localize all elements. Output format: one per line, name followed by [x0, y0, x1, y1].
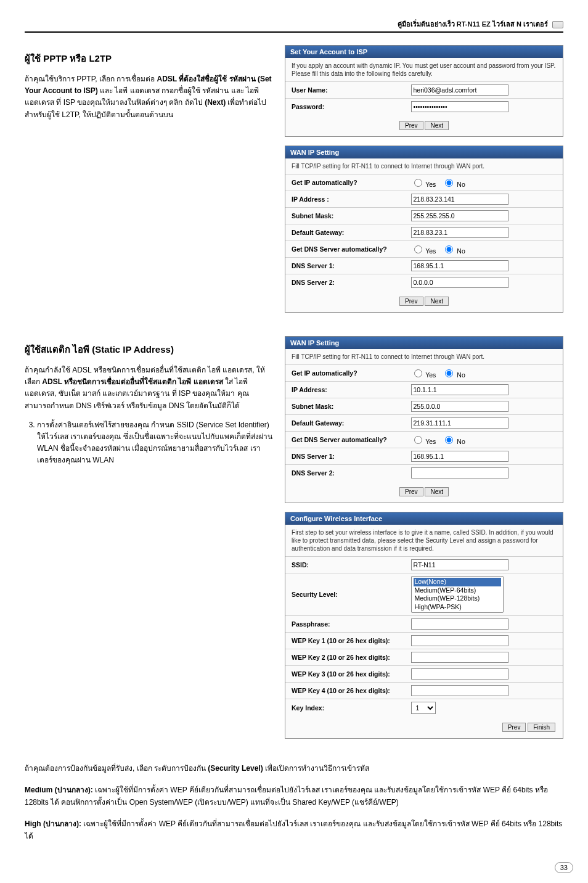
panel-row: WEP Key 1 (10 or 26 hex digits):: [285, 632, 563, 649]
doc-title: คู่มือเริ่มต้นอย่างเร็ว RT-N11 EZ ไวร์เล…: [398, 20, 548, 28]
panel-row: Default Gateway:: [285, 414, 563, 431]
text-input[interactable]: [411, 401, 508, 412]
panel-row: WEP Key 4 (10 or 26 hex digits):: [285, 682, 563, 699]
panel-row: DNS Server 2:: [285, 274, 563, 290]
password-label: Password:: [292, 103, 410, 110]
panel-row: Security Level:Low(None)Medium(WEP-64bit…: [285, 573, 563, 615]
panel-desc: If you apply an account with dynamic IP.…: [285, 58, 563, 81]
section-pptp: ผู้ใช้ PPTP หรือ L2TP ถ้าคุณใช้บริการ PP…: [25, 45, 563, 321]
panel-desc: Fill TCP/IP setting for RT-N11 to connec…: [285, 349, 563, 364]
next-button[interactable]: Next: [425, 487, 449, 496]
panel-row: Get IP automatically? Yes No: [285, 174, 563, 191]
medium-desc: Medium (ปานกลาง): เฉพาะผู้ใช้ที่มีการตั้…: [25, 784, 563, 809]
row-label: Default Gateway:: [292, 419, 410, 427]
select-input[interactable]: Low(None)Medium(WEP-64bits)Medium(WEP-12…: [411, 576, 504, 613]
step-list: การตั้งค่าอินเตอร์เฟซไร้สายของคุณ กำหนด …: [25, 419, 272, 467]
panel-footer: Prev Next: [285, 290, 563, 312]
radio-yes[interactable]: Yes: [411, 371, 436, 379]
text-input[interactable]: [411, 277, 508, 288]
text-input[interactable]: [411, 194, 508, 205]
panel-row: DNS Server 2:: [285, 464, 563, 481]
row-value: [411, 451, 508, 462]
text-input[interactable]: [411, 685, 508, 696]
panel-row: WEP Key 3 (10 or 26 hex digits):: [285, 665, 563, 682]
radio-no[interactable]: No: [442, 181, 465, 188]
select-input[interactable]: 1: [411, 702, 436, 714]
medium-label: Medium (ปานกลาง):: [25, 786, 93, 794]
row-value: [411, 210, 508, 221]
text-input[interactable]: [411, 451, 508, 462]
row-label: Key Index:: [292, 704, 410, 712]
prev-button[interactable]: Prev: [399, 121, 423, 130]
text-input[interactable]: [411, 417, 508, 429]
panel-footer: Prev Next: [285, 481, 563, 503]
text-input[interactable]: [411, 618, 508, 630]
panel-row: IP Address :: [285, 191, 563, 207]
panel-row: SSID:: [285, 556, 563, 573]
radio-yes[interactable]: Yes: [411, 438, 436, 445]
section1-paragraph: ถ้าคุณใช้บริการ PPTP, เลือก การเชื่อมต่อ…: [25, 73, 272, 121]
row-label: Subnet Mask:: [292, 403, 410, 410]
next-button[interactable]: Next: [425, 121, 449, 130]
text-input[interactable]: [411, 467, 508, 478]
row-value: Low(None)Medium(WEP-64bits)Medium(WEP-12…: [411, 576, 504, 613]
text-input[interactable]: [411, 384, 508, 395]
row-label: DNS Server 2:: [292, 279, 410, 286]
section-panels: WAN IP Setting Fill TCP/IP setting for R…: [285, 336, 563, 747]
radio-no[interactable]: No: [442, 247, 465, 255]
panel-desc: First step to set your wireless interfac…: [285, 525, 563, 556]
row-label: WEP Key 3 (10 or 26 hex digits):: [292, 670, 410, 678]
text-input[interactable]: [411, 668, 508, 680]
panel-title: Set Your Account to ISP: [285, 46, 563, 58]
text-input[interactable]: [411, 652, 508, 663]
section2-title: ผู้ใช้สแตติก ไอพี (Static IP Address): [25, 342, 272, 357]
radio-no[interactable]: No: [442, 371, 465, 379]
text-input[interactable]: [411, 227, 508, 238]
row-label: Subnet Mask:: [292, 212, 410, 220]
row-label: WEP Key 2 (10 or 26 hex digits):: [292, 654, 410, 661]
row-value: [411, 685, 508, 696]
row-value: [411, 277, 508, 288]
row-value: 1: [411, 702, 436, 714]
radio-yes[interactable]: Yes: [411, 247, 436, 255]
finish-button[interactable]: Finish: [528, 723, 555, 732]
panel-wireless: Configure Wireless Interface First step …: [285, 512, 563, 739]
section-text: ผู้ใช้ PPTP หรือ L2TP ถ้าคุณใช้บริการ PP…: [25, 45, 272, 321]
next-button[interactable]: Next: [425, 297, 449, 306]
high-desc: High (ปานกลาง): เฉพาะผู้ใช้ที่มีการตั้งค…: [25, 818, 563, 843]
row-value: [411, 635, 508, 646]
panel-title: WAN IP Setting: [285, 337, 563, 349]
row-value: [411, 384, 508, 395]
radio-no[interactable]: No: [442, 438, 465, 445]
panel-row: Subnet Mask:: [285, 398, 563, 414]
row-value: [411, 559, 508, 570]
panel-row: IP Address:: [285, 381, 563, 398]
row-value: [411, 227, 508, 238]
panel-wan2: WAN IP Setting Fill TCP/IP setting for R…: [285, 336, 563, 503]
row-label: WEP Key 4 (10 or 26 hex digits):: [292, 687, 410, 694]
row-label: IP Address:: [292, 386, 410, 393]
text-input[interactable]: [411, 559, 508, 570]
prev-button[interactable]: Prev: [399, 297, 423, 306]
row-label: DNS Server 1:: [292, 262, 410, 269]
row-value: Yes No: [411, 368, 472, 379]
panel-row: Key Index:1: [285, 699, 563, 717]
username-input[interactable]: [411, 84, 508, 96]
text-input[interactable]: [411, 210, 508, 221]
text-input[interactable]: [411, 260, 508, 271]
row-label: Security Level:: [292, 591, 410, 598]
panel-footer: Prev Next: [285, 115, 563, 136]
panel-row: WEP Key 2 (10 or 26 hex digits):: [285, 649, 563, 665]
panel-wan1: WAN IP Setting Fill TCP/IP setting for R…: [285, 146, 563, 313]
row-value: [411, 652, 508, 663]
row-label: DNS Server 2:: [292, 469, 410, 477]
radio-yes[interactable]: Yes: [411, 181, 436, 188]
text-input[interactable]: [411, 635, 508, 646]
router-icon: [552, 21, 563, 28]
prev-button[interactable]: Prev: [399, 487, 423, 496]
security-level-intro: ถ้าคุณต้องการป้องกันข้อมูลที่รับส่ง, เลื…: [25, 762, 563, 774]
password-input[interactable]: [411, 101, 508, 112]
prev-button[interactable]: Prev: [502, 723, 526, 732]
step-3: การตั้งค่าอินเตอร์เฟซไร้สายของคุณ กำหนด …: [37, 419, 272, 467]
row-value: [411, 668, 508, 680]
